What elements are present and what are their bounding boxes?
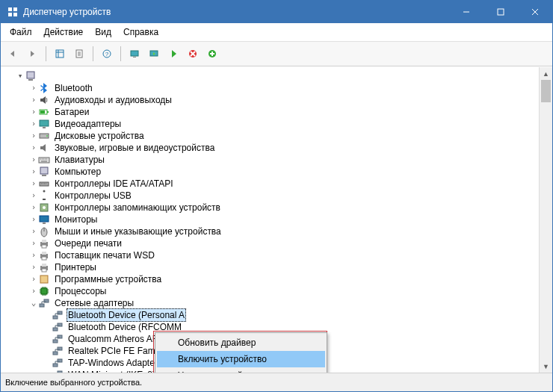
scroll-up-icon[interactable]: ▲: [540, 67, 552, 80]
cm-update-driver[interactable]: Обновить драйвер: [157, 335, 325, 351]
tree-item[interactable]: ›Батареи: [2, 106, 551, 118]
menu-help[interactable]: Справка: [117, 25, 164, 39]
maximize-button[interactable]: [484, 1, 518, 23]
toolbar-sep: [46, 46, 46, 61]
cm-enable-device[interactable]: Включить устройство: [157, 351, 325, 367]
expander-icon[interactable]: ›: [29, 225, 38, 237]
close-button[interactable]: [518, 1, 552, 23]
svg-rect-26: [8, 13, 12, 16]
expander-icon[interactable]: ›: [29, 106, 38, 118]
tree-item-label: Контроллеры запоминающих устройств: [53, 202, 222, 214]
tree-item[interactable]: ›Принтеры: [2, 261, 551, 273]
titlebar[interactable]: Диспетчер устройств: [1, 1, 552, 23]
scan-button[interactable]: [126, 45, 143, 63]
expander-icon[interactable]: ›: [29, 118, 38, 130]
tree-item[interactable]: ›Дисковые устройства: [2, 130, 551, 142]
tree-item-label: Видеоадаптеры: [53, 118, 123, 130]
uninstall-button[interactable]: [184, 45, 202, 63]
display-icon: [38, 118, 50, 130]
tree-item[interactable]: ›Контроллеры IDE ATA/ATAPI: [2, 178, 551, 190]
expander-icon[interactable]: ›: [29, 273, 38, 285]
pc-icon: [38, 166, 50, 178]
tree-item[interactable]: ›Программные устройства: [2, 273, 551, 285]
tree-item-label: Компьютер: [53, 166, 102, 178]
disk-icon: [38, 130, 50, 142]
printer-icon: [38, 237, 50, 249]
expander-icon[interactable]: ›: [29, 82, 38, 94]
expander-icon[interactable]: ›: [29, 261, 38, 273]
tree-child-label: Bluetooth Device (Personal A: [67, 308, 186, 322]
menubar: Файл Действие Вид Справка: [1, 23, 552, 42]
svg-rect-33: [131, 51, 138, 56]
nav-fwd-button[interactable]: [23, 45, 41, 63]
usb-icon: [38, 190, 50, 202]
vertical-scrollbar[interactable]: ▲ ▼: [539, 67, 552, 373]
tree-item[interactable]: ›Аудиовходы и аудиовыходы: [2, 94, 551, 106]
audio-icon: [38, 94, 50, 106]
scroll-down-icon[interactable]: ▼: [540, 360, 552, 373]
menu-view[interactable]: Вид: [89, 25, 117, 39]
tree-child-label: Bluetooth Device (RFCOMM: [67, 321, 183, 333]
tree-item-network[interactable]: ⌄Сетевые адаптеры: [2, 297, 551, 309]
expander-icon[interactable]: ›: [29, 214, 38, 225]
tree-root[interactable]: ▾: [2, 70, 551, 82]
tree-item[interactable]: ›Звуковые, игровые и видеоустройства: [2, 142, 551, 154]
tree-item[interactable]: ›Мыши и иные указывающие устройства: [2, 225, 551, 237]
svg-rect-28: [498, 9, 504, 15]
expander-icon[interactable]: ›: [29, 130, 38, 142]
expander-icon[interactable]: ›: [29, 142, 38, 154]
properties-button[interactable]: [70, 45, 88, 63]
svg-rect-27: [13, 13, 17, 16]
help-button[interactable]: ?: [98, 45, 116, 63]
tree-item[interactable]: ›Видеоадаптеры: [2, 118, 551, 130]
tree-child[interactable]: Bluetooth Device (Personal A: [2, 309, 551, 321]
cpu-icon: [38, 285, 50, 297]
cm-remove-device[interactable]: Удалить устройство: [157, 367, 325, 373]
menu-file[interactable]: Файл: [4, 25, 38, 39]
scroll-thumb[interactable]: [541, 80, 551, 102]
expander-icon[interactable]: ›: [29, 166, 38, 178]
tree-item[interactable]: ›Поставщик печати WSD: [2, 249, 551, 261]
tree-item-label: Принтеры: [53, 261, 98, 273]
printer-icon: [38, 249, 50, 261]
expander-icon[interactable]: ›: [29, 237, 38, 249]
tree-item-label: Звуковые, игровые и видеоустройства: [53, 142, 216, 154]
add-hardware-button[interactable]: [203, 45, 221, 63]
tree-item[interactable]: ›Процессоры: [2, 285, 551, 297]
status-text: Включение выбранного устройства.: [5, 378, 142, 387]
tree-item-label: Bluetooth: [53, 82, 94, 94]
tree-item[interactable]: ›Клавиатуры: [2, 154, 551, 166]
update-driver-button[interactable]: [145, 45, 163, 63]
tree-item[interactable]: ›Мониторы: [2, 214, 551, 225]
expander-icon[interactable]: ›: [29, 249, 38, 261]
pc-icon: [25, 70, 37, 82]
context-menu: Обновить драйвер Включить устройство Уда…: [155, 332, 327, 373]
expander-icon[interactable]: ›: [29, 202, 38, 214]
root-label: [40, 70, 45, 82]
tree-item-label: Батареи: [53, 106, 90, 118]
tree-item-label: Аудиовходы и аудиовыходы: [53, 94, 173, 106]
tree-item-label: Клавиатуры: [53, 154, 106, 166]
svg-rect-34: [133, 57, 136, 57]
expander-icon[interactable]: ⌄: [29, 297, 38, 309]
enable-button[interactable]: [164, 45, 182, 63]
expander-icon[interactable]: ›: [29, 94, 38, 106]
show-hidden-button[interactable]: [51, 45, 69, 63]
minimize-button[interactable]: [449, 1, 484, 23]
expander-icon[interactable]: ›: [29, 178, 38, 190]
tree-item[interactable]: ›Компьютер: [2, 166, 551, 178]
net-icon: [52, 321, 64, 333]
expander-icon[interactable]: ›: [29, 190, 38, 202]
net-icon: [52, 357, 64, 369]
tree-item-label: Сетевые адаптеры: [53, 297, 135, 309]
menu-action[interactable]: Действие: [38, 25, 90, 39]
tree-child[interactable]: Bluetooth Device (RFCOMM: [2, 321, 551, 333]
expander-icon[interactable]: ›: [29, 285, 38, 297]
nav-back-button[interactable]: [4, 45, 22, 63]
tree-item[interactable]: ›Контроллеры USB: [2, 190, 551, 202]
tree-item[interactable]: ›Контроллеры запоминающих устройств: [2, 202, 551, 214]
window-title: Диспетчер устройств: [23, 7, 449, 17]
expander-icon[interactable]: ›: [29, 154, 38, 166]
tree-item[interactable]: ›Очереди печати: [2, 237, 551, 249]
tree-item[interactable]: ›Bluetooth: [2, 82, 551, 94]
